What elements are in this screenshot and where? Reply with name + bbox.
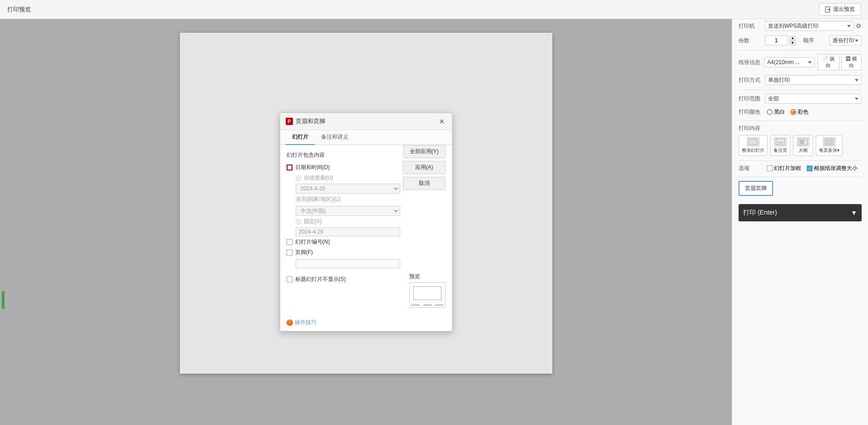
fixed-input-row xyxy=(287,227,446,236)
color-bw-option[interactable]: 黑白 xyxy=(767,108,785,116)
full-slide-icon xyxy=(747,137,759,146)
lang-label-row: 语言(国家/地区)(L): xyxy=(287,195,446,203)
color-bw-radio[interactable] xyxy=(767,109,773,115)
content-notes-btn[interactable]: 备注页 xyxy=(770,135,790,156)
tab-slides[interactable]: 幻灯片 xyxy=(286,130,315,145)
content-outline-btn[interactable]: 大纲 xyxy=(793,135,813,156)
order-label: 顺序 xyxy=(803,37,826,45)
printer-control: 发送到WPS高级打印 ⚙ xyxy=(765,21,862,31)
help-link[interactable]: 操作技巧 xyxy=(295,319,317,326)
footer-label: 页脚(F) xyxy=(295,249,313,256)
notes-icon xyxy=(774,137,787,146)
slide-number-row: 幻灯片编号(N) xyxy=(287,238,446,246)
top-bar-right: 退出预览 xyxy=(819,3,861,15)
footer-input-row xyxy=(287,259,446,268)
lang-label: 语言(国家/地区)(L): xyxy=(296,196,342,202)
print-method-row: 打印方式 单面打印 xyxy=(739,75,862,85)
divider-2 xyxy=(739,90,862,90)
dialog-close-button[interactable]: ✕ xyxy=(437,117,446,126)
date-dropdown[interactable]: 2024-4-26 xyxy=(296,184,400,194)
dialog-actions: 全部应用(Y) 应用(A) 取消 xyxy=(403,145,446,190)
options-row: 选项 幻灯片加框 ✓ 根据纸张调整大小 xyxy=(739,165,862,172)
slide-number-checkbox[interactable] xyxy=(287,239,293,245)
header-footer-section: 页眉页脚 xyxy=(739,181,862,200)
header-footer-dialog: P 页眉和页脚 ✕ 幻灯片 备注和讲义 全部应用(Y) 应用(A) 取消 幻灯片… xyxy=(280,113,452,331)
slide-number-label: 幻灯片编号(N) xyxy=(295,238,330,246)
help-icon: ? xyxy=(287,320,293,326)
footer-checkbox[interactable] xyxy=(287,250,293,255)
copies-spinners: ▲ ▼ xyxy=(789,36,796,45)
preview-box xyxy=(409,282,446,308)
content-multi-btn[interactable]: 每页多张▾ xyxy=(816,135,843,156)
landscape-button[interactable]: 🖼 横向 xyxy=(841,54,862,70)
content-full-slide-btn[interactable]: 整张幻灯片 xyxy=(739,135,768,156)
footer-text-input[interactable] xyxy=(296,259,400,268)
divider-4 xyxy=(739,160,862,161)
order-dropdown[interactable]: 逐份打印 xyxy=(829,35,862,45)
fixed-radio-row: 固定(X) xyxy=(287,218,446,225)
paper-info-row: 纸张信息 A4(210mm ... 📄 纵向 🖼 横向 xyxy=(739,54,862,70)
apply-button[interactable]: 应用(A) xyxy=(403,161,446,174)
copies-input[interactable] xyxy=(765,35,788,45)
apply-all-button[interactable]: 全部应用(Y) xyxy=(403,145,446,158)
header-footer-button[interactable]: 页眉页脚 xyxy=(739,181,773,196)
copies-down-button[interactable]: ▼ xyxy=(789,41,796,45)
exclude-title-checkbox[interactable] xyxy=(287,276,293,282)
dash-center xyxy=(423,305,432,305)
notes-label: 备注页 xyxy=(774,147,787,154)
frame-checkbox[interactable] xyxy=(767,165,773,171)
preview-label: 预览 xyxy=(409,273,446,280)
print-range-row: 打印范围 全部 xyxy=(739,94,862,104)
printer-row: 打印机 发送到WPS高级打印 ⚙ xyxy=(739,21,862,31)
top-bar: 打印预览 退出预览 xyxy=(0,0,868,19)
dialog-title: 页眉和页脚 xyxy=(296,117,435,125)
printer-dropdown[interactable]: 发送到WPS高级打印 xyxy=(765,21,854,31)
printer-gear-icon[interactable]: ⚙ xyxy=(856,22,862,30)
printer-label: 打印机 xyxy=(739,22,761,30)
content-section: 打印内容 整张幻灯片 备注页 xyxy=(739,125,862,156)
copies-up-button[interactable]: ▲ xyxy=(789,36,796,40)
color-color-radio[interactable] xyxy=(790,109,796,115)
divider-3 xyxy=(739,120,862,121)
range-control: 全部 xyxy=(765,94,862,104)
auto-update-radio[interactable] xyxy=(296,175,301,181)
order-control: 逐份打印 xyxy=(829,35,862,45)
lang-dropdown[interactable]: 中文(中国) xyxy=(296,206,400,216)
dialog-titlebar: P 页眉和页脚 ✕ xyxy=(280,113,452,130)
print-method-dropdown[interactable]: 单面打印 xyxy=(765,75,862,85)
outline-label: 大纲 xyxy=(799,147,808,154)
tab-notes[interactable]: 备注和讲义 xyxy=(315,130,355,145)
portrait-button[interactable]: 📄 纵向 xyxy=(818,54,839,70)
content-label: 打印内容 xyxy=(739,125,760,131)
cancel-button[interactable]: 取消 xyxy=(403,177,446,190)
copies-input-wrap: ▲ ▼ xyxy=(765,35,796,45)
content-icons-row: 整张幻灯片 备注页 大纲 xyxy=(739,135,862,156)
range-dropdown[interactable]: 全部 xyxy=(765,94,862,104)
outline-icon xyxy=(797,137,809,146)
multi-icon xyxy=(823,137,836,146)
full-slide-label: 整张幻灯片 xyxy=(742,147,764,154)
print-btn-arrow: ▼ xyxy=(851,209,857,216)
exclude-title-row: 标题幻灯片不显示(S) xyxy=(287,275,346,283)
dialog-app-icon: P xyxy=(286,118,293,125)
resize-checkbox[interactable]: ✓ xyxy=(807,165,813,171)
print-button[interactable]: 打印 (Enter) ▼ xyxy=(739,204,862,221)
range-label: 打印范围 xyxy=(739,95,761,103)
color-row: 打印颜色 黑白 彩色 xyxy=(739,108,862,116)
dash-left xyxy=(412,305,420,305)
multi-label: 每页多张▾ xyxy=(819,147,839,154)
fixed-radio[interactable] xyxy=(296,219,301,225)
dialog-overlay: P 页眉和页脚 ✕ 幻灯片 备注和讲义 全部应用(Y) 应用(A) 取消 幻灯片… xyxy=(0,19,732,425)
date-checkbox[interactable] xyxy=(287,165,293,170)
paper-dropdown[interactable]: A4(210mm ... xyxy=(764,57,815,67)
lang-dropdown-row: 中文(中国) xyxy=(287,205,446,216)
exclude-title-label: 标题幻灯片不显示(S) xyxy=(295,275,346,283)
radio-dot xyxy=(792,111,795,114)
frame-option: 幻灯片加框 xyxy=(767,165,801,172)
fixed-date-input[interactable] xyxy=(296,227,400,236)
page-title: 打印预览 xyxy=(7,5,31,14)
exit-preview-button[interactable]: 退出预览 xyxy=(819,3,861,15)
color-color-option[interactable]: 彩色 xyxy=(790,108,808,116)
options-label: 选项 xyxy=(739,165,761,172)
dialog-tabs: 幻灯片 备注和讲义 xyxy=(280,130,452,145)
